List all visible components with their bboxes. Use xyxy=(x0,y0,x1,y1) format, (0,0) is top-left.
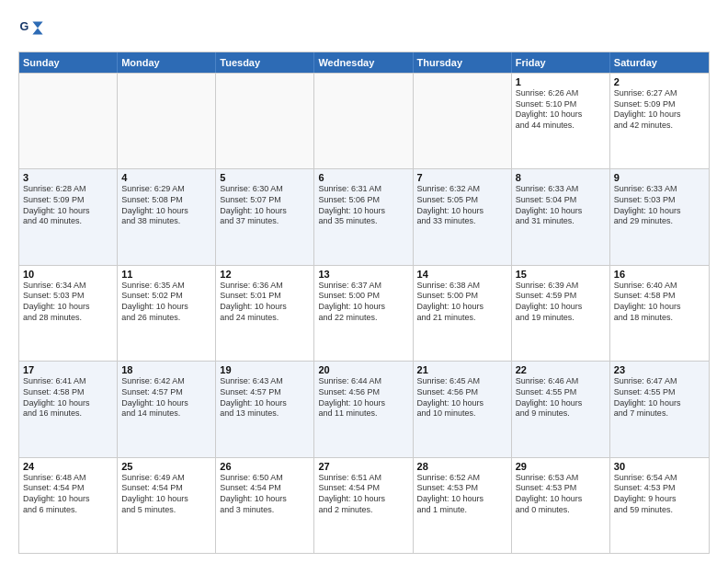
day-info: Sunrise: 6:29 AM Sunset: 5:08 PM Dayligh… xyxy=(121,184,211,227)
day-info: Sunrise: 6:35 AM Sunset: 5:02 PM Dayligh… xyxy=(121,281,211,324)
day-info: Sunrise: 6:50 AM Sunset: 4:54 PM Dayligh… xyxy=(220,473,310,516)
day-number: 13 xyxy=(318,269,408,280)
day-info: Sunrise: 6:30 AM Sunset: 5:07 PM Dayligh… xyxy=(220,184,310,227)
day-cell-6: 6Sunrise: 6:31 AM Sunset: 5:06 PM Daylig… xyxy=(314,169,413,264)
page: G SundayMondayTuesdayWednesdayThursdayFr… xyxy=(0,0,728,563)
day-cell-21: 21Sunrise: 6:45 AM Sunset: 4:56 PM Dayli… xyxy=(414,362,512,456)
day-number: 3 xyxy=(23,172,113,183)
header-day-thursday: Thursday xyxy=(414,52,512,73)
day-info: Sunrise: 6:43 AM Sunset: 4:57 PM Dayligh… xyxy=(220,376,310,419)
empty-cell xyxy=(314,74,413,168)
day-info: Sunrise: 6:47 AM Sunset: 4:55 PM Dayligh… xyxy=(614,376,705,419)
calendar-header: SundayMondayTuesdayWednesdayThursdayFrid… xyxy=(19,52,709,73)
day-number: 23 xyxy=(614,364,705,375)
day-number: 4 xyxy=(121,172,211,183)
day-cell-23: 23Sunrise: 6:47 AM Sunset: 4:55 PM Dayli… xyxy=(610,362,709,456)
day-number: 14 xyxy=(417,269,507,280)
day-cell-16: 16Sunrise: 6:40 AM Sunset: 4:58 PM Dayli… xyxy=(610,266,709,361)
day-number: 22 xyxy=(516,364,606,375)
day-info: Sunrise: 6:45 AM Sunset: 4:56 PM Dayligh… xyxy=(417,376,507,419)
day-info: Sunrise: 6:54 AM Sunset: 4:53 PM Dayligh… xyxy=(614,473,705,516)
day-info: Sunrise: 6:42 AM Sunset: 4:57 PM Dayligh… xyxy=(121,376,211,419)
logo-icon: G xyxy=(18,17,44,42)
logo: G xyxy=(18,17,48,42)
day-number: 26 xyxy=(220,461,310,472)
day-number: 2 xyxy=(614,76,705,87)
day-cell-14: 14Sunrise: 6:38 AM Sunset: 5:00 PM Dayli… xyxy=(414,266,512,361)
day-cell-30: 30Sunrise: 6:54 AM Sunset: 4:53 PM Dayli… xyxy=(610,458,709,553)
calendar: SundayMondayTuesdayWednesdayThursdayFrid… xyxy=(18,52,710,554)
day-number: 1 xyxy=(516,76,606,87)
calendar-row-4: 17Sunrise: 6:41 AM Sunset: 4:58 PM Dayli… xyxy=(19,361,709,456)
day-info: Sunrise: 6:40 AM Sunset: 4:58 PM Dayligh… xyxy=(614,281,705,324)
day-number: 20 xyxy=(318,364,408,375)
day-cell-13: 13Sunrise: 6:37 AM Sunset: 5:00 PM Dayli… xyxy=(314,266,413,361)
day-info: Sunrise: 6:26 AM Sunset: 5:10 PM Dayligh… xyxy=(516,88,606,132)
day-info: Sunrise: 6:33 AM Sunset: 5:03 PM Dayligh… xyxy=(614,184,705,227)
day-cell-10: 10Sunrise: 6:34 AM Sunset: 5:03 PM Dayli… xyxy=(19,266,118,361)
day-info: Sunrise: 6:44 AM Sunset: 4:56 PM Dayligh… xyxy=(318,376,408,419)
day-number: 25 xyxy=(121,461,211,472)
day-number: 29 xyxy=(516,461,606,472)
day-number: 24 xyxy=(23,461,113,472)
day-cell-7: 7Sunrise: 6:32 AM Sunset: 5:05 PM Daylig… xyxy=(414,169,512,264)
day-cell-29: 29Sunrise: 6:53 AM Sunset: 4:53 PM Dayli… xyxy=(512,458,610,553)
day-info: Sunrise: 6:46 AM Sunset: 4:55 PM Dayligh… xyxy=(516,376,606,419)
day-number: 17 xyxy=(23,364,113,375)
header-day-wednesday: Wednesday xyxy=(314,52,413,73)
day-cell-9: 9Sunrise: 6:33 AM Sunset: 5:03 PM Daylig… xyxy=(610,169,709,264)
day-number: 21 xyxy=(417,364,507,375)
day-cell-2: 2Sunrise: 6:27 AM Sunset: 5:09 PM Daylig… xyxy=(610,74,709,168)
day-cell-28: 28Sunrise: 6:52 AM Sunset: 4:53 PM Dayli… xyxy=(414,458,512,553)
empty-cell xyxy=(19,74,118,168)
day-number: 10 xyxy=(23,269,113,280)
day-number: 28 xyxy=(417,461,507,472)
calendar-row-3: 10Sunrise: 6:34 AM Sunset: 5:03 PM Dayli… xyxy=(19,265,709,361)
day-cell-24: 24Sunrise: 6:48 AM Sunset: 4:54 PM Dayli… xyxy=(19,458,118,553)
day-info: Sunrise: 6:36 AM Sunset: 5:01 PM Dayligh… xyxy=(220,281,310,324)
day-cell-26: 26Sunrise: 6:50 AM Sunset: 4:54 PM Dayli… xyxy=(216,458,314,553)
day-info: Sunrise: 6:48 AM Sunset: 4:54 PM Dayligh… xyxy=(23,473,113,516)
day-cell-15: 15Sunrise: 6:39 AM Sunset: 4:59 PM Dayli… xyxy=(512,266,610,361)
day-number: 12 xyxy=(220,269,310,280)
day-info: Sunrise: 6:52 AM Sunset: 4:53 PM Dayligh… xyxy=(417,473,507,516)
svg-text:G: G xyxy=(19,20,28,33)
day-number: 27 xyxy=(318,461,408,472)
header-day-saturday: Saturday xyxy=(610,52,709,73)
day-cell-20: 20Sunrise: 6:44 AM Sunset: 4:56 PM Dayli… xyxy=(314,362,413,456)
day-cell-8: 8Sunrise: 6:33 AM Sunset: 5:04 PM Daylig… xyxy=(512,169,610,264)
day-info: Sunrise: 6:37 AM Sunset: 5:00 PM Dayligh… xyxy=(318,281,408,324)
day-number: 5 xyxy=(220,172,310,183)
day-info: Sunrise: 6:27 AM Sunset: 5:09 PM Dayligh… xyxy=(614,88,705,132)
empty-cell xyxy=(118,74,216,168)
day-info: Sunrise: 6:39 AM Sunset: 4:59 PM Dayligh… xyxy=(516,281,606,324)
day-info: Sunrise: 6:31 AM Sunset: 5:06 PM Dayligh… xyxy=(318,184,408,227)
day-number: 8 xyxy=(516,172,606,183)
calendar-body: 1Sunrise: 6:26 AM Sunset: 5:10 PM Daylig… xyxy=(19,73,709,553)
calendar-row-5: 24Sunrise: 6:48 AM Sunset: 4:54 PM Dayli… xyxy=(19,457,709,553)
day-number: 9 xyxy=(614,172,705,183)
day-cell-17: 17Sunrise: 6:41 AM Sunset: 4:58 PM Dayli… xyxy=(19,362,118,456)
day-cell-18: 18Sunrise: 6:42 AM Sunset: 4:57 PM Dayli… xyxy=(118,362,216,456)
calendar-row-1: 1Sunrise: 6:26 AM Sunset: 5:10 PM Daylig… xyxy=(19,73,709,168)
day-number: 30 xyxy=(614,461,705,472)
day-cell-4: 4Sunrise: 6:29 AM Sunset: 5:08 PM Daylig… xyxy=(118,169,216,264)
empty-cell xyxy=(216,74,314,168)
day-info: Sunrise: 6:41 AM Sunset: 4:58 PM Dayligh… xyxy=(23,376,113,419)
day-info: Sunrise: 6:32 AM Sunset: 5:05 PM Dayligh… xyxy=(417,184,507,227)
day-info: Sunrise: 6:34 AM Sunset: 5:03 PM Dayligh… xyxy=(23,281,113,324)
header-day-sunday: Sunday xyxy=(19,52,118,73)
day-cell-5: 5Sunrise: 6:30 AM Sunset: 5:07 PM Daylig… xyxy=(216,169,314,264)
day-cell-27: 27Sunrise: 6:51 AM Sunset: 4:54 PM Dayli… xyxy=(314,458,413,553)
day-cell-11: 11Sunrise: 6:35 AM Sunset: 5:02 PM Dayli… xyxy=(118,266,216,361)
day-number: 16 xyxy=(614,269,705,280)
day-cell-25: 25Sunrise: 6:49 AM Sunset: 4:54 PM Dayli… xyxy=(118,458,216,553)
empty-cell xyxy=(414,74,512,168)
day-info: Sunrise: 6:28 AM Sunset: 5:09 PM Dayligh… xyxy=(23,184,113,227)
day-info: Sunrise: 6:33 AM Sunset: 5:04 PM Dayligh… xyxy=(516,184,606,227)
day-info: Sunrise: 6:53 AM Sunset: 4:53 PM Dayligh… xyxy=(516,473,606,516)
day-number: 7 xyxy=(417,172,507,183)
header-day-friday: Friday xyxy=(512,52,610,73)
day-number: 6 xyxy=(318,172,408,183)
calendar-row-2: 3Sunrise: 6:28 AM Sunset: 5:09 PM Daylig… xyxy=(19,168,709,264)
